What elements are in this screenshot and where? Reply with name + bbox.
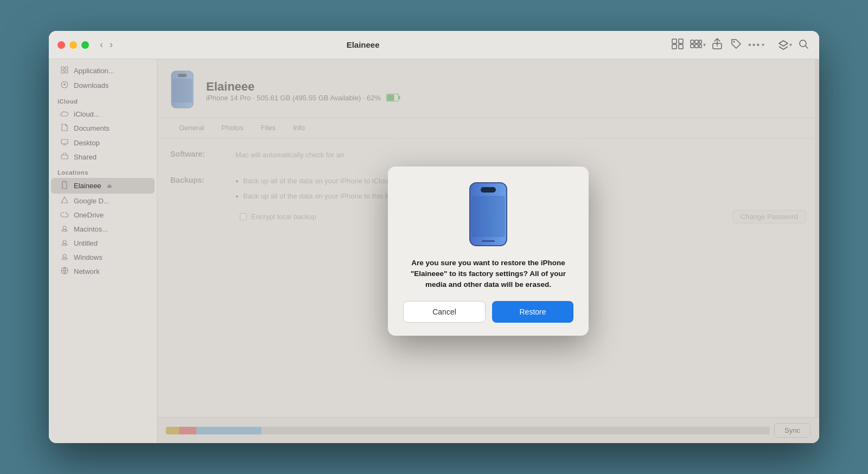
view-options-button[interactable]: ▾ — [690, 40, 706, 50]
dialog-phone-icon — [469, 182, 508, 249]
main-content: Application... Downloads iCloud — [49, 59, 819, 443]
svg-point-22 — [62, 230, 67, 232]
tag-icon[interactable] — [729, 36, 744, 54]
svg-rect-7 — [691, 44, 694, 48]
icloud-section-label: iCloud — [49, 93, 157, 107]
sidebar-label-windows: Windows — [74, 253, 103, 261]
sidebar-item-desktop[interactable]: Desktop — [51, 136, 155, 150]
sidebar-label-shared: Shared — [74, 153, 97, 161]
windows-icon — [60, 253, 69, 261]
svg-rect-9 — [699, 44, 701, 48]
svg-rect-5 — [695, 40, 698, 43]
restore-button[interactable]: Restore — [492, 301, 573, 323]
dialog-iphone-svg — [469, 182, 508, 247]
sidebar-item-applications[interactable]: Application... — [51, 63, 155, 78]
sidebar-item-windows[interactable]: Windows — [51, 250, 155, 264]
share-icon[interactable] — [710, 36, 724, 54]
sidebar-label-applications: Application... — [74, 67, 114, 75]
macintosh-icon — [60, 225, 69, 233]
elaineee-icon — [60, 181, 69, 191]
svg-rect-8 — [695, 44, 698, 48]
svg-rect-6 — [699, 40, 701, 43]
sidebar-label-icloud: iCloud... — [74, 110, 100, 118]
more-options-button[interactable]: ••• ▾ — [748, 40, 764, 50]
sidebar-item-onedrive[interactable]: OneDrive — [51, 208, 155, 222]
mac-window: ‹ › Elaineee — [49, 31, 819, 443]
svg-point-26 — [62, 258, 67, 260]
dropbox-button[interactable]: ▾ — [778, 40, 792, 50]
network-icon — [60, 267, 69, 276]
svg-point-24 — [62, 244, 67, 246]
sidebar-label-documents: Documents — [74, 124, 110, 132]
svg-rect-3 — [679, 44, 683, 49]
view-grid-icon[interactable] — [669, 36, 686, 54]
desktop-icon — [60, 138, 69, 147]
svg-rect-37 — [471, 196, 505, 237]
sidebar-item-untitled[interactable]: Untitled — [51, 236, 155, 250]
downloads-icon — [60, 81, 69, 90]
untitled-icon — [60, 239, 69, 247]
svg-point-25 — [63, 240, 66, 244]
sidebar-label-elaineee: Elaineee — [74, 182, 101, 190]
finder-content: Elaineee iPhone 14 Pro · 505.61 GB (495.… — [157, 59, 819, 443]
search-icon[interactable] — [796, 37, 810, 53]
svg-point-11 — [733, 41, 735, 42]
sidebar-item-elaineee[interactable]: Elaineee ⏏ — [51, 178, 155, 194]
google-drive-icon — [60, 196, 69, 205]
svg-rect-21 — [64, 182, 66, 183]
svg-point-23 — [63, 226, 66, 229]
svg-point-27 — [63, 254, 66, 258]
cancel-button[interactable]: Cancel — [403, 301, 486, 323]
toolbar-right: ▾ ••• ▾ — [669, 36, 810, 54]
documents-icon — [60, 124, 69, 133]
applications-icon — [60, 66, 69, 75]
sidebar-label-untitled: Untitled — [74, 239, 98, 247]
eject-icon[interactable]: ⏏ — [107, 183, 112, 189]
sidebar: Application... Downloads iCloud — [49, 59, 157, 443]
sidebar-label-google-drive: Google D... — [74, 197, 110, 205]
sidebar-label-network: Network — [74, 267, 100, 276]
dialog-buttons: Cancel Restore — [403, 301, 573, 323]
restore-dialog: Are you sure you want to restore the iPh… — [388, 166, 589, 336]
onedrive-icon — [60, 210, 69, 219]
sidebar-item-shared[interactable]: Shared — [51, 150, 155, 164]
sidebar-item-network[interactable]: Network — [51, 264, 155, 279]
shared-icon — [60, 152, 69, 161]
sidebar-item-macintosh[interactable]: Macintos... — [51, 222, 155, 236]
dialog-overlay: Are you sure you want to restore the iPh… — [157, 59, 819, 443]
sidebar-label-onedrive: OneDrive — [74, 211, 104, 219]
icloud-icon — [60, 110, 69, 118]
svg-rect-14 — [65, 67, 68, 69]
locations-section-label: Locations — [49, 164, 157, 178]
sidebar-item-downloads[interactable]: Downloads — [51, 78, 155, 93]
sidebar-item-icloud-drive[interactable]: iCloud... — [51, 107, 155, 121]
sidebar-label-downloads: Downloads — [74, 81, 108, 89]
svg-rect-36 — [481, 187, 496, 193]
svg-rect-18 — [61, 139, 68, 144]
sidebar-item-documents[interactable]: Documents — [51, 121, 155, 136]
svg-point-12 — [800, 40, 806, 47]
svg-rect-15 — [61, 71, 64, 73]
sidebar-item-google-drive[interactable]: Google D... — [51, 194, 155, 208]
svg-rect-1 — [679, 39, 683, 43]
dialog-message: Are you sure you want to restore the iPh… — [403, 258, 573, 291]
sidebar-label-macintosh: Macintos... — [74, 225, 108, 233]
svg-rect-38 — [482, 240, 495, 242]
svg-rect-16 — [65, 71, 68, 73]
window-title: Elaineee — [56, 40, 669, 49]
sidebar-label-desktop: Desktop — [74, 139, 100, 147]
svg-rect-0 — [672, 39, 676, 43]
svg-rect-13 — [61, 67, 64, 69]
title-bar: ‹ › Elaineee — [49, 31, 819, 59]
svg-rect-4 — [691, 40, 694, 43]
svg-rect-19 — [61, 155, 68, 159]
svg-rect-2 — [672, 44, 676, 49]
